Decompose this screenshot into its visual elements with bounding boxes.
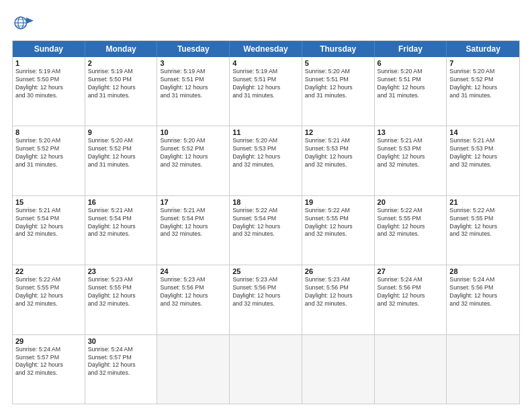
- cell-info: Sunrise: 5:20 AM Sunset: 5:53 PM Dayligh…: [232, 137, 299, 169]
- calendar-cell-4: 4Sunrise: 5:19 AM Sunset: 5:51 PM Daylig…: [230, 57, 302, 126]
- calendar-cell-16: 16Sunrise: 5:21 AM Sunset: 5:54 PM Dayli…: [85, 196, 158, 265]
- cell-info: Sunrise: 5:22 AM Sunset: 5:55 PM Dayligh…: [15, 276, 82, 308]
- cell-info: Sunrise: 5:21 AM Sunset: 5:53 PM Dayligh…: [449, 137, 517, 169]
- calendar-cell-empty: [302, 335, 375, 404]
- calendar-cell-empty: [157, 335, 230, 404]
- day-number: 14: [449, 128, 517, 136]
- calendar-cell-7: 7Sunrise: 5:20 AM Sunset: 5:52 PM Daylig…: [447, 57, 519, 126]
- calendar-row-4: 29Sunrise: 5:24 AM Sunset: 5:57 PM Dayli…: [13, 334, 519, 404]
- cell-info: Sunrise: 5:21 AM Sunset: 5:53 PM Dayligh…: [378, 137, 444, 169]
- cell-info: Sunrise: 5:21 AM Sunset: 5:54 PM Dayligh…: [160, 207, 226, 239]
- day-number: 10: [160, 128, 226, 136]
- day-number: 18: [232, 198, 299, 206]
- cell-info: Sunrise: 5:21 AM Sunset: 5:54 PM Dayligh…: [15, 207, 82, 239]
- calendar-cell-empty: [230, 335, 302, 404]
- day-number: 20: [378, 198, 444, 206]
- cell-info: Sunrise: 5:21 AM Sunset: 5:54 PM Dayligh…: [88, 207, 154, 239]
- calendar-cell-20: 20Sunrise: 5:22 AM Sunset: 5:55 PM Dayli…: [375, 196, 447, 265]
- calendar-body: 1Sunrise: 5:19 AM Sunset: 5:50 PM Daylig…: [13, 57, 519, 404]
- cell-info: Sunrise: 5:20 AM Sunset: 5:52 PM Dayligh…: [15, 137, 82, 169]
- calendar-cell-5: 5Sunrise: 5:20 AM Sunset: 5:51 PM Daylig…: [302, 57, 375, 126]
- calendar-cell-19: 19Sunrise: 5:22 AM Sunset: 5:55 PM Dayli…: [302, 196, 375, 265]
- calendar-header: SundayMondayTuesdayWednesdayThursdayFrid…: [13, 41, 519, 57]
- cell-info: Sunrise: 5:20 AM Sunset: 5:52 PM Dayligh…: [88, 137, 154, 169]
- cell-info: Sunrise: 5:24 AM Sunset: 5:57 PM Dayligh…: [88, 346, 154, 378]
- calendar: SundayMondayTuesdayWednesdayThursdayFrid…: [12, 40, 520, 404]
- day-number: 24: [160, 267, 226, 275]
- day-number: 13: [378, 128, 444, 136]
- calendar-cell-empty: [447, 335, 519, 404]
- cell-info: Sunrise: 5:19 AM Sunset: 5:50 PM Dayligh…: [15, 68, 82, 100]
- calendar-cell-21: 21Sunrise: 5:22 AM Sunset: 5:55 PM Dayli…: [447, 196, 519, 265]
- day-number: 5: [305, 59, 371, 67]
- cell-info: Sunrise: 5:22 AM Sunset: 5:55 PM Dayligh…: [449, 207, 517, 239]
- calendar-cell-18: 18Sunrise: 5:22 AM Sunset: 5:54 PM Dayli…: [230, 196, 302, 265]
- calendar-cell-30: 30Sunrise: 5:24 AM Sunset: 5:57 PM Dayli…: [85, 335, 158, 404]
- day-number: 7: [449, 59, 517, 67]
- header-day-thursday: Thursday: [302, 41, 375, 57]
- calendar-cell-25: 25Sunrise: 5:23 AM Sunset: 5:56 PM Dayli…: [230, 265, 302, 334]
- cell-info: Sunrise: 5:19 AM Sunset: 5:51 PM Dayligh…: [232, 68, 299, 100]
- cell-info: Sunrise: 5:24 AM Sunset: 5:57 PM Dayligh…: [15, 346, 82, 378]
- day-number: 12: [305, 128, 371, 136]
- calendar-row-3: 22Sunrise: 5:22 AM Sunset: 5:55 PM Dayli…: [13, 265, 519, 334]
- cell-info: Sunrise: 5:23 AM Sunset: 5:56 PM Dayligh…: [305, 276, 371, 308]
- day-number: 19: [305, 198, 371, 206]
- day-number: 16: [88, 198, 154, 206]
- calendar-cell-13: 13Sunrise: 5:21 AM Sunset: 5:53 PM Dayli…: [375, 126, 447, 195]
- day-number: 15: [15, 198, 82, 206]
- cell-info: Sunrise: 5:20 AM Sunset: 5:51 PM Dayligh…: [378, 68, 444, 100]
- day-number: 1: [15, 59, 82, 67]
- logo: [12, 12, 36, 34]
- day-number: 2: [88, 59, 154, 67]
- day-number: 3: [160, 59, 226, 67]
- cell-info: Sunrise: 5:22 AM Sunset: 5:55 PM Dayligh…: [378, 207, 444, 239]
- calendar-cell-8: 8Sunrise: 5:20 AM Sunset: 5:52 PM Daylig…: [13, 126, 85, 195]
- calendar-cell-14: 14Sunrise: 5:21 AM Sunset: 5:53 PM Dayli…: [447, 126, 519, 195]
- cell-info: Sunrise: 5:20 AM Sunset: 5:52 PM Dayligh…: [160, 137, 226, 169]
- calendar-cell-12: 12Sunrise: 5:21 AM Sunset: 5:53 PM Dayli…: [302, 126, 375, 195]
- day-number: 28: [449, 267, 517, 275]
- calendar-row-0: 1Sunrise: 5:19 AM Sunset: 5:50 PM Daylig…: [13, 57, 519, 126]
- header-day-monday: Monday: [85, 41, 158, 57]
- header-day-wednesday: Wednesday: [230, 41, 302, 57]
- cell-info: Sunrise: 5:19 AM Sunset: 5:50 PM Dayligh…: [88, 68, 154, 100]
- calendar-cell-24: 24Sunrise: 5:23 AM Sunset: 5:56 PM Dayli…: [157, 265, 230, 334]
- calendar-cell-empty: [375, 335, 447, 404]
- day-number: 29: [15, 337, 82, 345]
- calendar-cell-11: 11Sunrise: 5:20 AM Sunset: 5:53 PM Dayli…: [230, 126, 302, 195]
- day-number: 22: [15, 267, 82, 275]
- day-number: 9: [88, 128, 154, 136]
- day-number: 6: [378, 59, 444, 67]
- cell-info: Sunrise: 5:22 AM Sunset: 5:54 PM Dayligh…: [232, 207, 299, 239]
- day-number: 21: [449, 198, 517, 206]
- header-day-saturday: Saturday: [447, 41, 519, 57]
- svg-marker-6: [26, 17, 34, 24]
- calendar-row-2: 15Sunrise: 5:21 AM Sunset: 5:54 PM Dayli…: [13, 195, 519, 265]
- day-number: 17: [160, 198, 226, 206]
- logo-icon: [12, 12, 34, 34]
- day-number: 27: [378, 267, 444, 275]
- header: [12, 12, 520, 34]
- cell-info: Sunrise: 5:24 AM Sunset: 5:56 PM Dayligh…: [449, 276, 517, 308]
- calendar-cell-22: 22Sunrise: 5:22 AM Sunset: 5:55 PM Dayli…: [13, 265, 85, 334]
- calendar-cell-2: 2Sunrise: 5:19 AM Sunset: 5:50 PM Daylig…: [85, 57, 158, 126]
- calendar-cell-26: 26Sunrise: 5:23 AM Sunset: 5:56 PM Dayli…: [302, 265, 375, 334]
- calendar-cell-1: 1Sunrise: 5:19 AM Sunset: 5:50 PM Daylig…: [13, 57, 85, 126]
- calendar-cell-29: 29Sunrise: 5:24 AM Sunset: 5:57 PM Dayli…: [13, 335, 85, 404]
- calendar-cell-15: 15Sunrise: 5:21 AM Sunset: 5:54 PM Dayli…: [13, 196, 85, 265]
- day-number: 4: [232, 59, 299, 67]
- calendar-cell-23: 23Sunrise: 5:23 AM Sunset: 5:55 PM Dayli…: [85, 265, 158, 334]
- day-number: 25: [232, 267, 299, 275]
- cell-info: Sunrise: 5:19 AM Sunset: 5:51 PM Dayligh…: [160, 68, 226, 100]
- day-number: 11: [232, 128, 299, 136]
- cell-info: Sunrise: 5:20 AM Sunset: 5:51 PM Dayligh…: [305, 68, 371, 100]
- calendar-cell-27: 27Sunrise: 5:24 AM Sunset: 5:56 PM Dayli…: [375, 265, 447, 334]
- day-number: 26: [305, 267, 371, 275]
- cell-info: Sunrise: 5:21 AM Sunset: 5:53 PM Dayligh…: [305, 137, 371, 169]
- header-day-sunday: Sunday: [13, 41, 85, 57]
- cell-info: Sunrise: 5:24 AM Sunset: 5:56 PM Dayligh…: [378, 276, 444, 308]
- day-number: 23: [88, 267, 154, 275]
- page: SundayMondayTuesdayWednesdayThursdayFrid…: [0, 0, 532, 411]
- cell-info: Sunrise: 5:23 AM Sunset: 5:56 PM Dayligh…: [160, 276, 226, 308]
